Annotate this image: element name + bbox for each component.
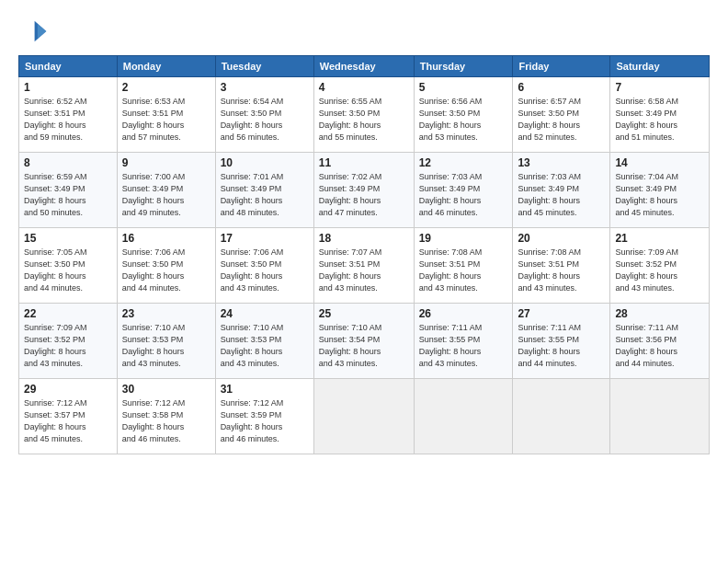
calendar-cell [313, 379, 414, 454]
calendar-cell: 1Sunrise: 6:52 AM Sunset: 3:51 PM Daylig… [19, 77, 118, 153]
calendar-cell: 14Sunrise: 7:04 AM Sunset: 3:49 PM Dayli… [610, 153, 710, 228]
calendar-cell: 4Sunrise: 6:55 AM Sunset: 3:50 PM Daylig… [313, 77, 414, 153]
logo [18, 17, 51, 46]
calendar-cell: 3Sunrise: 6:54 AM Sunset: 3:50 PM Daylig… [215, 77, 313, 153]
page: SundayMondayTuesdayWednesdayThursdayFrid… [0, 0, 728, 563]
calendar-cell: 17Sunrise: 7:06 AM Sunset: 3:50 PM Dayli… [215, 228, 313, 304]
day-number: 10 [221, 156, 309, 169]
day-number: 7 [615, 81, 704, 94]
calendar-cell: 25Sunrise: 7:10 AM Sunset: 3:54 PM Dayli… [313, 304, 414, 379]
week-row-5: 29Sunrise: 7:12 AM Sunset: 3:57 PM Dayli… [19, 379, 710, 454]
calendar-body: 1Sunrise: 6:52 AM Sunset: 3:51 PM Daylig… [19, 77, 710, 454]
day-info: Sunrise: 7:12 AM Sunset: 3:59 PM Dayligh… [221, 397, 309, 445]
calendar-cell: 31Sunrise: 7:12 AM Sunset: 3:59 PM Dayli… [215, 379, 313, 454]
day-info: Sunrise: 7:11 AM Sunset: 3:55 PM Dayligh… [419, 322, 508, 370]
day-number: 4 [319, 81, 409, 94]
day-number: 18 [319, 232, 409, 245]
day-info: Sunrise: 6:52 AM Sunset: 3:51 PM Dayligh… [24, 96, 112, 144]
calendar-cell: 6Sunrise: 6:57 AM Sunset: 3:50 PM Daylig… [513, 77, 610, 153]
weekday-header-wednesday: Wednesday [313, 56, 414, 77]
day-number: 9 [122, 156, 210, 169]
day-number: 17 [221, 232, 309, 245]
day-number: 21 [615, 232, 704, 245]
day-number: 14 [615, 156, 704, 169]
week-row-3: 15Sunrise: 7:05 AM Sunset: 3:50 PM Dayli… [19, 228, 710, 304]
day-info: Sunrise: 6:56 AM Sunset: 3:50 PM Dayligh… [419, 96, 508, 144]
day-number: 3 [221, 81, 309, 94]
calendar-cell [513, 379, 610, 454]
day-info: Sunrise: 7:04 AM Sunset: 3:49 PM Dayligh… [615, 171, 704, 219]
day-info: Sunrise: 7:08 AM Sunset: 3:51 PM Dayligh… [419, 247, 508, 294]
calendar-cell: 7Sunrise: 6:58 AM Sunset: 3:49 PM Daylig… [610, 77, 710, 153]
day-number: 26 [419, 307, 508, 320]
day-number: 24 [221, 307, 309, 320]
day-info: Sunrise: 7:05 AM Sunset: 3:50 PM Dayligh… [24, 247, 112, 294]
weekday-header-saturday: Saturday [610, 56, 710, 77]
day-info: Sunrise: 7:03 AM Sunset: 3:49 PM Dayligh… [419, 171, 508, 219]
day-info: Sunrise: 6:54 AM Sunset: 3:50 PM Dayligh… [221, 96, 309, 144]
day-number: 8 [24, 156, 112, 169]
day-info: Sunrise: 7:09 AM Sunset: 3:52 PM Dayligh… [615, 247, 704, 294]
calendar-cell: 5Sunrise: 6:56 AM Sunset: 3:50 PM Daylig… [414, 77, 513, 153]
day-number: 5 [419, 81, 508, 94]
day-number: 30 [122, 383, 210, 396]
day-number: 31 [221, 383, 309, 396]
header-row: SundayMondayTuesdayWednesdayThursdayFrid… [19, 56, 710, 77]
calendar-cell: 9Sunrise: 7:00 AM Sunset: 3:49 PM Daylig… [117, 153, 215, 228]
day-number: 6 [518, 81, 605, 94]
day-number: 27 [518, 307, 605, 320]
calendar-cell: 11Sunrise: 7:02 AM Sunset: 3:49 PM Dayli… [313, 153, 414, 228]
calendar-cell: 19Sunrise: 7:08 AM Sunset: 3:51 PM Dayli… [414, 228, 513, 304]
header [18, 17, 710, 46]
day-info: Sunrise: 7:09 AM Sunset: 3:52 PM Dayligh… [24, 322, 112, 370]
day-number: 25 [319, 307, 409, 320]
day-info: Sunrise: 7:11 AM Sunset: 3:55 PM Dayligh… [518, 322, 605, 370]
calendar-table: SundayMondayTuesdayWednesdayThursdayFrid… [18, 55, 710, 454]
day-number: 16 [122, 232, 210, 245]
weekday-header-sunday: Sunday [19, 56, 118, 77]
day-info: Sunrise: 7:00 AM Sunset: 3:49 PM Dayligh… [122, 171, 210, 219]
calendar-cell [414, 379, 513, 454]
week-row-2: 8Sunrise: 6:59 AM Sunset: 3:49 PM Daylig… [19, 153, 710, 228]
day-info: Sunrise: 7:10 AM Sunset: 3:54 PM Dayligh… [319, 322, 409, 370]
day-info: Sunrise: 7:12 AM Sunset: 3:58 PM Dayligh… [122, 397, 210, 445]
day-number: 13 [518, 156, 605, 169]
logo-icon [18, 17, 48, 46]
day-info: Sunrise: 7:07 AM Sunset: 3:51 PM Dayligh… [319, 247, 409, 294]
day-number: 15 [24, 232, 112, 245]
week-row-1: 1Sunrise: 6:52 AM Sunset: 3:51 PM Daylig… [19, 77, 710, 153]
day-info: Sunrise: 6:53 AM Sunset: 3:51 PM Dayligh… [122, 96, 210, 144]
calendar-cell [610, 379, 710, 454]
calendar-header: SundayMondayTuesdayWednesdayThursdayFrid… [19, 56, 710, 77]
day-info: Sunrise: 7:06 AM Sunset: 3:50 PM Dayligh… [122, 247, 210, 294]
calendar-cell: 21Sunrise: 7:09 AM Sunset: 3:52 PM Dayli… [610, 228, 710, 304]
day-number: 12 [419, 156, 508, 169]
day-info: Sunrise: 7:11 AM Sunset: 3:56 PM Dayligh… [615, 322, 704, 370]
day-info: Sunrise: 7:02 AM Sunset: 3:49 PM Dayligh… [319, 171, 409, 219]
calendar-cell: 16Sunrise: 7:06 AM Sunset: 3:50 PM Dayli… [117, 228, 215, 304]
day-number: 29 [24, 383, 112, 396]
calendar-cell: 20Sunrise: 7:08 AM Sunset: 3:51 PM Dayli… [513, 228, 610, 304]
weekday-header-monday: Monday [117, 56, 215, 77]
calendar-cell: 30Sunrise: 7:12 AM Sunset: 3:58 PM Dayli… [117, 379, 215, 454]
calendar-cell: 15Sunrise: 7:05 AM Sunset: 3:50 PM Dayli… [19, 228, 118, 304]
day-info: Sunrise: 6:55 AM Sunset: 3:50 PM Dayligh… [319, 96, 409, 144]
day-info: Sunrise: 7:10 AM Sunset: 3:53 PM Dayligh… [122, 322, 210, 370]
calendar-cell: 10Sunrise: 7:01 AM Sunset: 3:49 PM Dayli… [215, 153, 313, 228]
day-info: Sunrise: 6:58 AM Sunset: 3:49 PM Dayligh… [615, 96, 704, 144]
day-number: 20 [518, 232, 605, 245]
calendar-cell: 29Sunrise: 7:12 AM Sunset: 3:57 PM Dayli… [19, 379, 118, 454]
day-info: Sunrise: 7:12 AM Sunset: 3:57 PM Dayligh… [24, 397, 112, 445]
day-number: 19 [419, 232, 508, 245]
calendar-cell: 24Sunrise: 7:10 AM Sunset: 3:53 PM Dayli… [215, 304, 313, 379]
calendar-cell: 18Sunrise: 7:07 AM Sunset: 3:51 PM Dayli… [313, 228, 414, 304]
calendar-cell: 8Sunrise: 6:59 AM Sunset: 3:49 PM Daylig… [19, 153, 118, 228]
calendar-cell: 23Sunrise: 7:10 AM Sunset: 3:53 PM Dayli… [117, 304, 215, 379]
day-info: Sunrise: 7:01 AM Sunset: 3:49 PM Dayligh… [221, 171, 309, 219]
weekday-header-thursday: Thursday [414, 56, 513, 77]
day-number: 22 [24, 307, 112, 320]
calendar-cell: 12Sunrise: 7:03 AM Sunset: 3:49 PM Dayli… [414, 153, 513, 228]
day-info: Sunrise: 7:06 AM Sunset: 3:50 PM Dayligh… [221, 247, 309, 294]
calendar-cell: 13Sunrise: 7:03 AM Sunset: 3:49 PM Dayli… [513, 153, 610, 228]
day-number: 11 [319, 156, 409, 169]
